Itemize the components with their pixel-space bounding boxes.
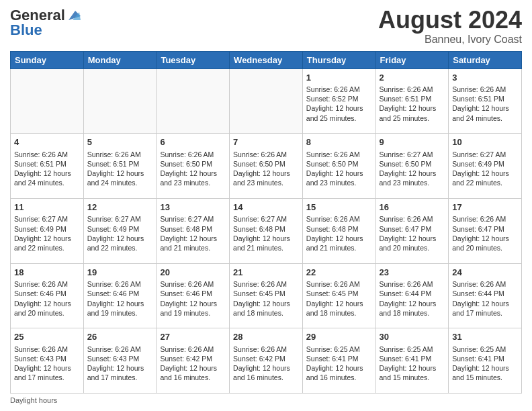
calendar-cell: 4Sunrise: 6:26 AMSunset: 6:51 PMDaylight… bbox=[11, 134, 84, 199]
calendar-cell: 15Sunrise: 6:26 AMSunset: 6:48 PMDayligh… bbox=[302, 198, 375, 263]
day-info: Sunrise: 6:27 AMSunset: 6:49 PMDaylight:… bbox=[87, 214, 153, 253]
day-info: Sunrise: 6:26 AMSunset: 6:45 PMDaylight:… bbox=[233, 279, 299, 318]
day-number: 26 bbox=[87, 331, 153, 343]
calendar-cell: 29Sunrise: 6:25 AMSunset: 6:41 PMDayligh… bbox=[302, 328, 375, 394]
day-number: 18 bbox=[14, 267, 80, 279]
day-number: 12 bbox=[87, 201, 153, 214]
day-number: 19 bbox=[87, 267, 153, 279]
day-info: Sunrise: 6:26 AMSunset: 6:44 PMDaylight:… bbox=[452, 279, 518, 318]
calendar-cell: 28Sunrise: 6:26 AMSunset: 6:42 PMDayligh… bbox=[230, 328, 303, 394]
day-number: 21 bbox=[233, 267, 299, 279]
page: General Blue August 2024 Banneu, Ivory C… bbox=[0, 0, 532, 411]
day-info: Sunrise: 6:26 AMSunset: 6:43 PMDaylight:… bbox=[87, 345, 153, 383]
calendar-cell: 22Sunrise: 6:26 AMSunset: 6:45 PMDayligh… bbox=[302, 263, 375, 328]
calendar-cell: 23Sunrise: 6:26 AMSunset: 6:44 PMDayligh… bbox=[375, 263, 449, 328]
col-tuesday: Tuesday bbox=[157, 51, 230, 68]
calendar-cell: 14Sunrise: 6:27 AMSunset: 6:48 PMDayligh… bbox=[230, 198, 303, 263]
calendar-week-5: 25Sunrise: 6:26 AMSunset: 6:43 PMDayligh… bbox=[11, 328, 522, 394]
month-title: August 2024 bbox=[378, 7, 522, 34]
day-info: Sunrise: 6:26 AMSunset: 6:50 PMDaylight:… bbox=[306, 150, 372, 188]
day-info: Sunrise: 6:26 AMSunset: 6:51 PMDaylight:… bbox=[380, 85, 445, 123]
day-number: 4 bbox=[14, 136, 80, 148]
day-info: Sunrise: 6:25 AMSunset: 6:41 PMDaylight:… bbox=[380, 345, 445, 383]
day-info: Sunrise: 6:26 AMSunset: 6:51 PMDaylight:… bbox=[87, 150, 153, 188]
calendar-cell: 3Sunrise: 6:26 AMSunset: 6:51 PMDaylight… bbox=[449, 68, 522, 134]
day-info: Sunrise: 6:27 AMSunset: 6:49 PMDaylight:… bbox=[452, 150, 518, 188]
day-info: Sunrise: 6:25 AMSunset: 6:41 PMDaylight:… bbox=[452, 345, 518, 383]
day-number: 11 bbox=[14, 201, 80, 214]
calendar-cell: 20Sunrise: 6:26 AMSunset: 6:46 PMDayligh… bbox=[157, 263, 230, 328]
calendar-week-4: 18Sunrise: 6:26 AMSunset: 6:46 PMDayligh… bbox=[11, 263, 522, 328]
calendar-cell: 1Sunrise: 6:26 AMSunset: 6:52 PMDaylight… bbox=[302, 68, 375, 134]
day-number: 3 bbox=[452, 72, 518, 84]
calendar-cell: 9Sunrise: 6:27 AMSunset: 6:50 PMDaylight… bbox=[375, 134, 449, 199]
day-number: 25 bbox=[14, 331, 80, 343]
col-sunday: Sunday bbox=[11, 51, 84, 68]
day-info: Sunrise: 6:26 AMSunset: 6:43 PMDaylight:… bbox=[14, 345, 80, 383]
calendar-cell: 30Sunrise: 6:25 AMSunset: 6:41 PMDayligh… bbox=[375, 328, 449, 394]
calendar-cell: 12Sunrise: 6:27 AMSunset: 6:49 PMDayligh… bbox=[83, 198, 157, 263]
day-info: Sunrise: 6:25 AMSunset: 6:41 PMDaylight:… bbox=[306, 345, 372, 383]
calendar-cell: 8Sunrise: 6:26 AMSunset: 6:50 PMDaylight… bbox=[302, 134, 375, 199]
calendar-cell: 21Sunrise: 6:26 AMSunset: 6:45 PMDayligh… bbox=[230, 263, 303, 328]
day-number: 9 bbox=[380, 136, 445, 148]
day-number: 29 bbox=[306, 331, 372, 343]
calendar-header-row: Sunday Monday Tuesday Wednesday Thursday… bbox=[11, 51, 522, 68]
calendar-cell: 26Sunrise: 6:26 AMSunset: 6:43 PMDayligh… bbox=[83, 328, 157, 394]
calendar-cell bbox=[157, 68, 230, 134]
day-number: 6 bbox=[160, 136, 226, 148]
col-wednesday: Wednesday bbox=[230, 51, 303, 68]
day-number: 24 bbox=[452, 267, 518, 279]
calendar-cell bbox=[230, 68, 303, 134]
header: General Blue August 2024 Banneu, Ivory C… bbox=[10, 7, 522, 46]
calendar-cell: 18Sunrise: 6:26 AMSunset: 6:46 PMDayligh… bbox=[11, 263, 84, 328]
day-info: Sunrise: 6:26 AMSunset: 6:42 PMDaylight:… bbox=[233, 345, 299, 383]
calendar-cell: 13Sunrise: 6:27 AMSunset: 6:48 PMDayligh… bbox=[157, 198, 230, 263]
day-info: Sunrise: 6:26 AMSunset: 6:42 PMDaylight:… bbox=[160, 345, 226, 383]
logo-blue: Blue bbox=[10, 21, 42, 39]
calendar-cell: 16Sunrise: 6:26 AMSunset: 6:47 PMDayligh… bbox=[375, 198, 449, 263]
day-number: 28 bbox=[233, 331, 299, 343]
calendar-cell bbox=[11, 68, 84, 134]
col-monday: Monday bbox=[83, 51, 157, 68]
location: Banneu, Ivory Coast bbox=[378, 34, 522, 46]
day-info: Sunrise: 6:26 AMSunset: 6:46 PMDaylight:… bbox=[14, 279, 80, 318]
day-info: Sunrise: 6:26 AMSunset: 6:47 PMDaylight:… bbox=[380, 214, 445, 253]
calendar: Sunday Monday Tuesday Wednesday Thursday… bbox=[10, 51, 522, 394]
calendar-cell: 17Sunrise: 6:26 AMSunset: 6:47 PMDayligh… bbox=[449, 198, 522, 263]
day-info: Sunrise: 6:26 AMSunset: 6:52 PMDaylight:… bbox=[306, 85, 372, 123]
day-info: Sunrise: 6:27 AMSunset: 6:48 PMDaylight:… bbox=[233, 214, 299, 253]
day-number: 15 bbox=[306, 201, 372, 214]
day-number: 27 bbox=[160, 331, 226, 343]
day-info: Sunrise: 6:26 AMSunset: 6:51 PMDaylight:… bbox=[14, 150, 80, 188]
day-info: Sunrise: 6:26 AMSunset: 6:50 PMDaylight:… bbox=[160, 150, 226, 188]
day-number: 8 bbox=[306, 136, 372, 148]
day-number: 16 bbox=[380, 201, 445, 214]
day-info: Sunrise: 6:27 AMSunset: 6:50 PMDaylight:… bbox=[380, 150, 445, 188]
calendar-cell: 10Sunrise: 6:27 AMSunset: 6:49 PMDayligh… bbox=[449, 134, 522, 199]
calendar-cell: 25Sunrise: 6:26 AMSunset: 6:43 PMDayligh… bbox=[11, 328, 84, 394]
footer-note: Daylight hours bbox=[10, 396, 522, 404]
day-info: Sunrise: 6:26 AMSunset: 6:50 PMDaylight:… bbox=[233, 150, 299, 188]
day-number: 2 bbox=[380, 72, 445, 84]
calendar-week-2: 4Sunrise: 6:26 AMSunset: 6:51 PMDaylight… bbox=[11, 134, 522, 199]
day-info: Sunrise: 6:26 AMSunset: 6:51 PMDaylight:… bbox=[452, 85, 518, 123]
day-number: 10 bbox=[452, 136, 518, 148]
calendar-cell: 5Sunrise: 6:26 AMSunset: 6:51 PMDaylight… bbox=[83, 134, 157, 199]
day-number: 22 bbox=[306, 267, 372, 279]
calendar-cell: 6Sunrise: 6:26 AMSunset: 6:50 PMDaylight… bbox=[157, 134, 230, 199]
calendar-week-3: 11Sunrise: 6:27 AMSunset: 6:49 PMDayligh… bbox=[11, 198, 522, 263]
day-info: Sunrise: 6:26 AMSunset: 6:47 PMDaylight:… bbox=[452, 214, 518, 253]
col-friday: Friday bbox=[375, 51, 449, 68]
calendar-cell: 7Sunrise: 6:26 AMSunset: 6:50 PMDaylight… bbox=[230, 134, 303, 199]
day-number: 17 bbox=[452, 201, 518, 214]
day-info: Sunrise: 6:27 AMSunset: 6:49 PMDaylight:… bbox=[14, 214, 80, 253]
day-number: 30 bbox=[380, 331, 445, 343]
logo-icon bbox=[66, 9, 81, 21]
day-info: Sunrise: 6:26 AMSunset: 6:46 PMDaylight:… bbox=[160, 279, 226, 318]
calendar-cell: 27Sunrise: 6:26 AMSunset: 6:42 PMDayligh… bbox=[157, 328, 230, 394]
day-number: 1 bbox=[306, 72, 372, 84]
day-number: 5 bbox=[87, 136, 153, 148]
logo: General Blue bbox=[10, 7, 81, 39]
calendar-cell: 2Sunrise: 6:26 AMSunset: 6:51 PMDaylight… bbox=[375, 68, 449, 134]
